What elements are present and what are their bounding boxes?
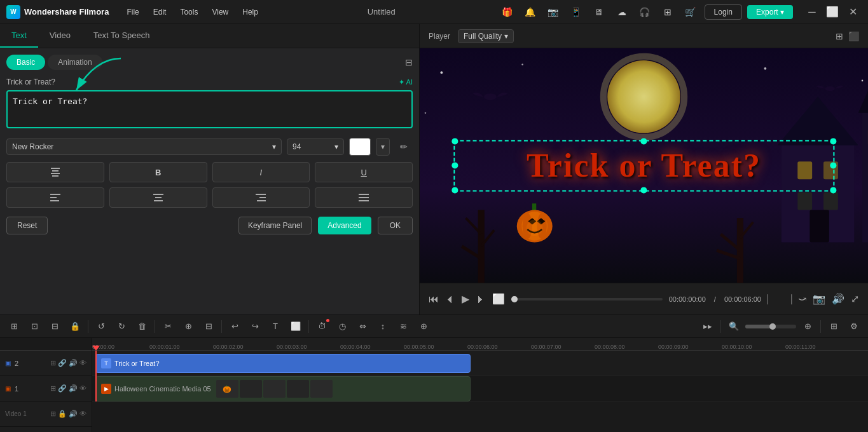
color-picker[interactable] [349,138,371,156]
tb-crop-icon[interactable]: ⊕ [179,318,197,335]
font-size-select[interactable]: 94 ▾ [287,138,344,155]
tb-timer-icon[interactable]: ⏱ [313,318,331,335]
step-forward-button[interactable]: ⏵ [476,294,486,305]
tb-redo-icon[interactable]: ↻ [113,318,130,335]
eyedropper-button[interactable]: ✏ [395,138,413,156]
tb-split-icon[interactable]: ⊞ [5,318,23,335]
crop-button[interactable]: ⬜ [492,293,505,305]
align-justify-button[interactable] [315,187,413,208]
video-clip[interactable]: ▶ Halloween Cinematic Media 05 🎃 [95,376,471,402]
menu-view[interactable]: View [205,5,235,19]
track-1-add-icon[interactable]: ⊞ [50,384,56,393]
out-point-button[interactable]: ⎹ [783,294,792,305]
menu-tools[interactable]: Tools [174,5,204,19]
gift-icon[interactable]: 🎁 [499,3,516,21]
collapse-button[interactable]: ⊟ [405,57,413,67]
track-2-eye-icon[interactable]: 👁 [79,359,86,367]
grid-icon[interactable]: ⊞ [659,3,677,21]
minimize-button[interactable]: ─ [803,3,821,21]
quality-select[interactable]: Full Quality ▾ [458,29,514,43]
handle-ml[interactable] [451,163,458,169]
text-clip[interactable]: T Trick or Treat? [95,354,471,373]
tb-minus-icon[interactable]: ⊟ [200,318,217,335]
tb-ripple-icon[interactable]: ⊡ [25,318,43,335]
zoom-handle[interactable] [769,323,776,330]
export-button[interactable]: Export ▾ [747,5,793,19]
italic-button[interactable]: I [212,162,310,182]
zoom-slider[interactable] [745,325,796,328]
tb-undo-icon[interactable]: ↺ [92,318,110,335]
tb-title-icon[interactable]: T [266,318,284,335]
fullscreen-button[interactable]: ⤢ [851,293,859,305]
track-2-audio-icon[interactable]: 🔊 [69,359,78,367]
menu-file[interactable]: File [120,5,145,19]
sub-tab-animation[interactable]: Animation [48,55,102,70]
step-back-button[interactable]: ⏴ [445,294,455,305]
tb-expand-v-icon[interactable]: ↕ [374,318,392,335]
align-left-button[interactable] [6,187,104,208]
cart-icon[interactable]: 🛒 [682,3,699,21]
ai-icon[interactable]: ✦ AI [399,78,413,86]
tb-delete-icon[interactable]: 🗑 [133,318,151,335]
tb-box-icon[interactable]: ⬜ [287,318,305,335]
tb-layout-icon[interactable]: ⊞ [825,318,843,335]
font-family-select[interactable]: New Rocker ▾ [6,138,282,155]
advanced-button[interactable]: Advanced [318,217,371,234]
underline-button[interactable]: U [315,162,413,182]
tb-settings-icon[interactable]: ⚙ [845,318,863,335]
screenshot-button[interactable]: 📷 [813,293,825,305]
tb-zoom-out-icon[interactable]: 🔍 [725,318,743,335]
handle-bm[interactable] [641,187,647,193]
close-button[interactable]: ✕ [844,3,862,21]
align-right-button[interactable] [212,187,310,208]
tb-expand-h-icon[interactable]: ⇔ [354,318,371,335]
video-lock-icon[interactable]: 🔒 [58,410,67,418]
video-eye-icon[interactable]: 👁 [79,410,86,418]
track-1-eye-icon[interactable]: 👁 [79,384,86,393]
tb-more-button[interactable]: ▸▸ [699,318,717,335]
tab-text[interactable]: Text [0,24,38,48]
go-start-button[interactable]: ⏮ [429,294,439,305]
handle-tl[interactable] [451,138,458,144]
headset-icon[interactable]: 🎧 [636,3,654,21]
ok-button[interactable]: OK [378,217,413,234]
cloud-icon[interactable]: ☁ [613,3,631,21]
tb-lock-icon[interactable]: 🔒 [66,318,84,335]
tb-zoom-in-icon[interactable]: ⊕ [799,318,816,335]
tab-text-to-speech[interactable]: Text To Speech [82,24,162,48]
maximize-button[interactable]: ⬜ [823,3,841,21]
keyframe-panel-button[interactable]: Keyframe Panel [238,217,312,234]
login-button[interactable]: Login [705,4,742,20]
handle-tm[interactable] [641,138,647,144]
tb-next-icon[interactable]: ↪ [246,318,264,335]
track-2-add-icon[interactable]: ⊞ [50,359,56,367]
progress-bar[interactable] [511,298,663,300]
audio-button[interactable]: 🔊 [832,293,844,305]
in-point-button[interactable]: ⎸ [768,294,776,305]
bold-button[interactable]: B [109,162,207,182]
video-add-icon[interactable]: ⊞ [50,410,56,418]
tb-clock-icon[interactable]: ◷ [333,318,351,335]
track-2-link-icon[interactable]: 🔗 [58,359,67,367]
tb-magnet-icon[interactable]: ≋ [394,318,412,335]
tb-cut-icon[interactable]: ✂ [159,318,177,335]
camera-icon[interactable]: 📷 [544,3,562,21]
text-align-center-icon[interactable] [6,162,104,182]
sub-tab-basic[interactable]: Basic [6,55,45,70]
tb-prev-icon[interactable]: ↩ [226,318,244,335]
reset-button[interactable]: Reset [6,217,48,234]
phone-icon[interactable]: 📱 [567,3,585,21]
video-audio-icon[interactable]: 🔊 [69,410,78,418]
timeline-tracks[interactable]: 00:00:00 00:00:01:00 00:00:02:00 00:00:0… [92,338,868,432]
tb-add-icon[interactable]: ⊕ [415,318,432,335]
handle-mr[interactable] [830,163,836,169]
tab-video[interactable]: Video [38,24,82,48]
grid-view-icon[interactable]: ⊞ [836,31,843,41]
text-input[interactable]: Trick or Treat? [6,90,413,128]
menu-help[interactable]: Help [236,5,265,19]
split-button[interactable]: ⤻ [798,293,806,305]
progress-handle[interactable] [511,296,518,302]
bell-icon[interactable]: 🔔 [521,3,539,21]
track-1-audio-icon[interactable]: 🔊 [69,384,78,393]
fullscreen-icon[interactable]: ⬛ [848,31,859,41]
